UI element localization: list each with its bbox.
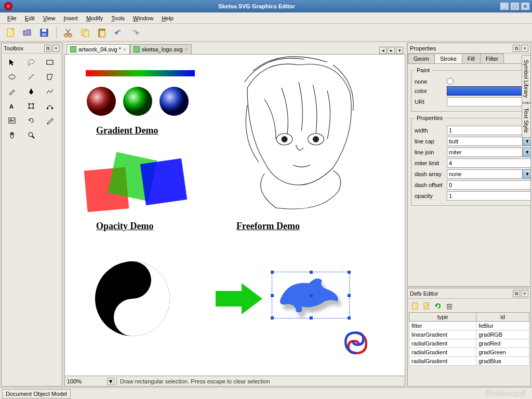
tool-pointer[interactable] bbox=[4, 56, 20, 69]
svg-line-13 bbox=[29, 74, 34, 79]
tool-rectangle[interactable] bbox=[42, 56, 58, 69]
paint-uri-input[interactable] bbox=[447, 97, 523, 107]
save-button[interactable] bbox=[37, 26, 51, 39]
side-tab-text-style[interactable]: Text Style bbox=[522, 103, 531, 138]
side-tab-symbol-library[interactable]: Symbol Library bbox=[522, 55, 531, 102]
svg-point-24 bbox=[29, 132, 33, 137]
table-row[interactable]: radialGradientgradBlue bbox=[409, 357, 529, 366]
panel-pin-icon[interactable]: ⧉ bbox=[513, 290, 520, 297]
menu-window[interactable]: Window bbox=[129, 14, 157, 23]
panel-pin-icon[interactable]: ⧉ bbox=[513, 45, 520, 52]
stroke-opacity-input[interactable] bbox=[447, 191, 530, 201]
tab-list-button[interactable]: ▾ bbox=[396, 47, 403, 54]
table-row[interactable]: filterfeBlur bbox=[409, 322, 529, 330]
paste-button[interactable] bbox=[95, 26, 109, 39]
svg-line-25 bbox=[32, 136, 34, 138]
cut-button[interactable] bbox=[62, 26, 75, 39]
svg-point-35 bbox=[127, 312, 138, 323]
toolbox-close-icon[interactable]: × bbox=[52, 45, 60, 52]
svg-point-18 bbox=[28, 108, 30, 109]
chevron-down-icon[interactable]: ▼ bbox=[107, 378, 114, 385]
stroke-width-input[interactable] bbox=[447, 126, 530, 135]
dashoffset-input[interactable] bbox=[447, 180, 530, 190]
tool-lasso[interactable] bbox=[23, 56, 39, 69]
defs-title: Defs Editor bbox=[410, 290, 438, 297]
tool-text[interactable]: A bbox=[4, 99, 20, 113]
tab-next-button[interactable]: ▸ bbox=[388, 47, 395, 54]
tab-close-icon[interactable]: × bbox=[123, 47, 126, 52]
svg-rect-20 bbox=[47, 108, 48, 109]
menu-file[interactable]: File bbox=[3, 14, 21, 23]
chevron-down-icon[interactable]: ▼ bbox=[523, 137, 530, 146]
tool-zoom[interactable] bbox=[23, 128, 39, 142]
tool-node-edit[interactable] bbox=[42, 99, 58, 113]
tool-image[interactable] bbox=[4, 114, 20, 127]
selection-box[interactable] bbox=[272, 272, 350, 318]
menu-view[interactable]: View bbox=[39, 14, 60, 23]
defs-refresh-button[interactable] bbox=[433, 301, 443, 311]
tool-polygon[interactable] bbox=[42, 70, 58, 84]
tool-transform[interactable] bbox=[23, 99, 39, 113]
table-row[interactable]: linearGradientgradRGB bbox=[409, 330, 529, 339]
tool-ellipse[interactable] bbox=[4, 70, 20, 84]
tool-hand[interactable] bbox=[4, 128, 20, 142]
menu-insert[interactable]: Insert bbox=[59, 14, 82, 23]
tab-filter[interactable]: Filter bbox=[480, 54, 504, 63]
svg-rect-21 bbox=[51, 108, 53, 109]
miterlimit-input[interactable] bbox=[447, 158, 530, 168]
defs-new-button[interactable] bbox=[410, 301, 420, 311]
app-icon bbox=[4, 2, 12, 10]
tool-line[interactable] bbox=[23, 70, 39, 84]
tab-prev-button[interactable]: ◂ bbox=[379, 47, 387, 54]
linecap-combo[interactable] bbox=[447, 137, 523, 146]
menu-edit[interactable]: Edit bbox=[21, 14, 39, 23]
close-button[interactable]: × bbox=[521, 2, 530, 10]
svg-rect-36 bbox=[216, 291, 242, 307]
watermark: Brothersoft bbox=[485, 389, 530, 398]
canvas[interactable]: Gradient Demo Opacity Demo Freeform Demo bbox=[64, 54, 405, 376]
copy-button[interactable] bbox=[78, 26, 92, 39]
table-row[interactable]: radialGradientgradGreen bbox=[409, 348, 529, 357]
menu-help[interactable]: Help bbox=[157, 14, 178, 23]
properties-title: Properties bbox=[410, 45, 436, 51]
maximize-button[interactable]: □ bbox=[510, 2, 520, 10]
open-button[interactable] bbox=[21, 26, 34, 39]
tool-eyedropper[interactable] bbox=[42, 114, 58, 127]
menu-modify[interactable]: Modify bbox=[82, 14, 107, 23]
gradient-demo-label: Gradient Demo bbox=[96, 125, 158, 136]
redo-button[interactable] bbox=[128, 26, 142, 39]
tool-pen[interactable] bbox=[23, 85, 39, 98]
paint-none-radio[interactable] bbox=[447, 78, 454, 85]
defs-delete-button[interactable] bbox=[444, 301, 455, 311]
toolbox-title: Toolbox bbox=[4, 45, 23, 51]
table-row[interactable]: radialGradientgradRed bbox=[409, 339, 529, 348]
tab-fill[interactable]: Fill bbox=[462, 54, 481, 63]
panel-close-icon[interactable]: × bbox=[521, 290, 528, 297]
paint-color-swatch[interactable] bbox=[447, 86, 530, 96]
tab-artwork[interactable]: artwork_04.svg * × bbox=[66, 44, 130, 54]
dom-button[interactable]: Document Object Model bbox=[2, 389, 71, 398]
toolbox-pin-icon[interactable]: ⧉ bbox=[44, 45, 51, 52]
tab-sketsa-logo[interactable]: sketsa_logo.svg × bbox=[130, 44, 192, 54]
undo-button[interactable] bbox=[112, 26, 125, 39]
svg-point-17 bbox=[32, 103, 34, 105]
dasharray-combo[interactable] bbox=[447, 169, 523, 179]
tool-pencil[interactable] bbox=[4, 85, 20, 98]
menu-tools[interactable]: Tools bbox=[107, 14, 129, 23]
tab-close-icon[interactable]: × bbox=[185, 47, 188, 52]
svg-rect-2 bbox=[42, 29, 46, 32]
tab-geom[interactable]: Geom bbox=[408, 54, 435, 63]
new-button[interactable] bbox=[4, 26, 18, 39]
minimize-button[interactable]: _ bbox=[500, 2, 509, 10]
tab-stroke[interactable]: Stroke bbox=[434, 54, 462, 63]
chevron-down-icon[interactable]: ▼ bbox=[523, 148, 530, 157]
linejoin-combo[interactable] bbox=[447, 148, 523, 157]
panel-close-icon[interactable]: × bbox=[521, 45, 528, 52]
defs-table: typeid filterfeBlur linearGradientgradRG… bbox=[409, 312, 529, 366]
tool-rotate[interactable] bbox=[23, 114, 39, 127]
toolbox-panel: Toolbox ⧉ × A bbox=[1, 43, 62, 387]
tool-polyline[interactable] bbox=[42, 85, 58, 98]
zoom-combo[interactable]: 100%▼ bbox=[65, 378, 117, 385]
defs-edit-button[interactable] bbox=[421, 301, 432, 311]
chevron-down-icon[interactable]: ▼ bbox=[523, 169, 530, 179]
